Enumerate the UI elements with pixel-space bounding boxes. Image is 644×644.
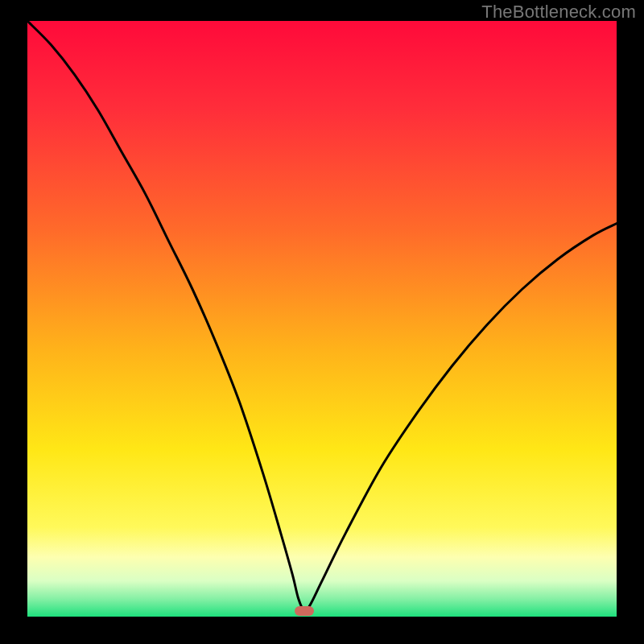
watermark-text: TheBottleneck.com (481, 2, 636, 23)
plot-area (27, 21, 617, 617)
optimal-point-marker (295, 606, 314, 616)
bottleneck-curve (27, 21, 617, 617)
chart-frame: TheBottleneck.com (0, 0, 644, 644)
